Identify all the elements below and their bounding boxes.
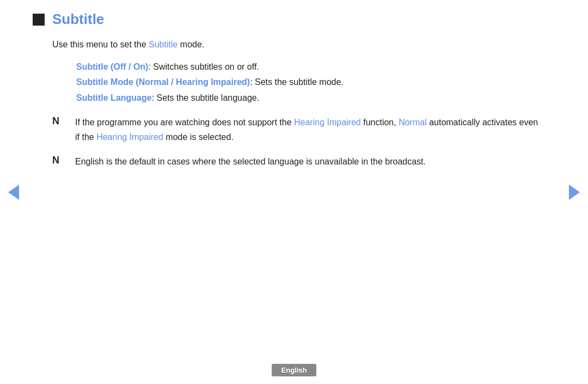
sub-item-label-1: Subtitle (Off / On) [76, 62, 148, 71]
notes-list: N If the programme you are watching does… [52, 115, 544, 169]
language-badge: English [272, 364, 317, 376]
intro-text-before: Use this menu to set the [52, 40, 149, 49]
note-1-part-2: function, [361, 118, 399, 127]
intro-link: Subtitle [149, 40, 177, 49]
next-page-button[interactable] [566, 184, 583, 200]
note-1-hearing-impaired-1: Hearing Impaired [294, 118, 361, 127]
sub-item-text-3: : Sets the subtitle language. [152, 93, 259, 102]
left-arrow-icon [8, 185, 19, 200]
note-item-2: N English is the default in cases where … [52, 154, 544, 169]
prev-page-button[interactable] [5, 184, 22, 200]
bottom-bar: English [0, 358, 588, 384]
note-1-hearing-impaired-2: Hearing Impaired [96, 132, 163, 142]
sub-items-list: Subtitle (Off / On): Switches subtitles … [76, 59, 544, 106]
note-1-normal: Normal [399, 118, 427, 127]
sub-item-text-2: : Sets the subtitle mode. [250, 77, 344, 87]
intro-text-after: mode. [177, 40, 204, 49]
list-item: Subtitle (Off / On): Switches subtitles … [76, 59, 544, 75]
note-2-part-1: English is the default in cases where th… [75, 157, 426, 166]
content-area: Subtitle Use this menu to set the Subtit… [0, 0, 588, 384]
note-text-1: If the programme you are watching does n… [75, 115, 544, 144]
note-1-part-4: mode is selected. [163, 132, 234, 142]
sub-item-label-2: Subtitle Mode (Normal / Hearing Impaired… [76, 77, 250, 87]
right-arrow-icon [569, 185, 580, 200]
note-text-2: English is the default in cases where th… [75, 154, 426, 169]
note-marker-1: N [52, 115, 65, 127]
note-item-1: N If the programme you are watching does… [52, 115, 544, 144]
subtitle-icon [33, 14, 45, 26]
list-item: Subtitle Language: Sets the subtitle lan… [76, 90, 544, 106]
sub-item-text-1: : Switches subtitles on or off. [148, 62, 259, 71]
sub-item-label-3: Subtitle Language [76, 93, 152, 102]
intro-paragraph: Use this menu to set the Subtitle mode. [52, 38, 544, 52]
note-1-part-1: If the programme you are watching does n… [75, 118, 294, 127]
page-wrapper: Subtitle Use this menu to set the Subtit… [0, 0, 588, 384]
page-title: Subtitle [52, 11, 104, 28]
note-marker-2: N [52, 155, 65, 166]
title-row: Subtitle [33, 11, 544, 28]
list-item: Subtitle Mode (Normal / Hearing Impaired… [76, 75, 544, 90]
